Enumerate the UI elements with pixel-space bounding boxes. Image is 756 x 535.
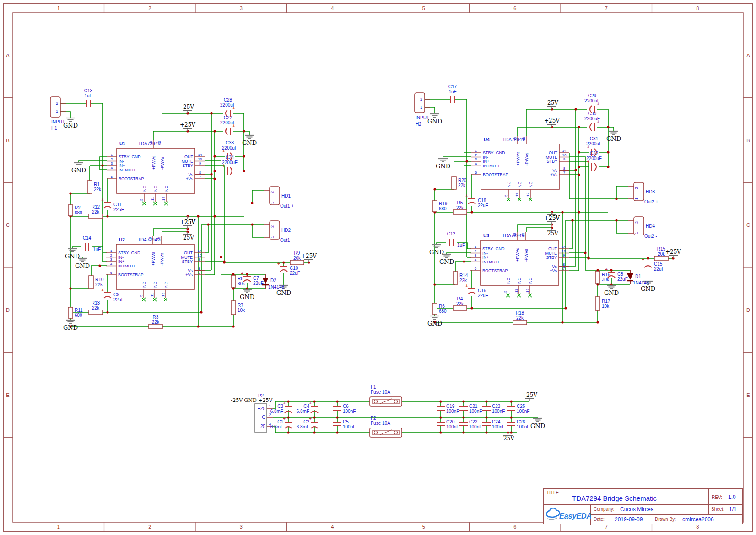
component-R14[interactable]: R1422k [453, 272, 468, 284]
component-C17[interactable]: C171uF [448, 84, 457, 103]
ic-U2[interactable]: U2TDA7294V1STBY_GND2IN-3IN+4IN+MUTE6BOOT… [106, 236, 205, 301]
component-D2[interactable]: D21N4148 [262, 274, 284, 289]
power-flag-+25V[interactable]: +25V [544, 215, 560, 225]
component-C19[interactable]: C19100nF [437, 404, 459, 414]
svg-text:2200uF: 2200uF [586, 141, 602, 146]
svg-text:+25V: +25V [180, 219, 195, 225]
svg-text:+Vs: +Vs [550, 268, 557, 273]
svg-text:-PWVs: -PWVs [160, 157, 165, 170]
component-C22[interactable]: C22100nF [459, 419, 482, 429]
gnd-flag[interactable]: GND [427, 316, 442, 327]
power-flag-+25V[interactable]: +25V [180, 219, 195, 229]
svg-text:13: 13 [148, 237, 152, 241]
gnd-flag[interactable]: GND [240, 289, 254, 300]
gnd-flag[interactable]: GND [71, 163, 86, 174]
component-C24[interactable]: C24100nF [482, 419, 505, 429]
component-HD1[interactable]: 21HD1Out1 + [264, 187, 294, 209]
svg-text:-25V GND +25V: -25V GND +25V [231, 397, 273, 403]
component-R20[interactable]: R2022k [452, 177, 467, 189]
component-R4[interactable]: R422k [453, 296, 467, 310]
gnd-flag[interactable]: GND [429, 245, 444, 256]
ic-U1[interactable]: U1TDA7294V1STBY_GND2IN-3IN+4IN+MUTE6BOOT… [107, 140, 205, 205]
svg-text:OUT: OUT [548, 246, 557, 251]
gnd-flag[interactable]: GND [439, 254, 454, 265]
gnd-flag[interactable]: GND [427, 114, 442, 125]
svg-text:C8: C8 [617, 272, 623, 277]
svg-text:10k: 10k [602, 304, 610, 309]
component-C5[interactable]: C5100nF [333, 419, 356, 429]
svg-text:BOOTSTRAP: BOOTSTRAP [483, 172, 508, 177]
svg-text:1uF: 1uF [448, 89, 456, 94]
power-flag--25V[interactable]: -25V [181, 104, 194, 113]
power-flag-+25V[interactable]: +25V [180, 122, 195, 131]
component-R13[interactable]: R1322k [89, 300, 103, 315]
component-C12[interactable]: C121uF [447, 231, 465, 248]
gnd-flag[interactable]: GND [604, 285, 619, 296]
svg-text:5: 5 [503, 290, 508, 293]
component-C26[interactable]: C26100nF [507, 419, 529, 429]
component-HD4[interactable]: 21HD4Out2 - [628, 217, 657, 239]
component-C28[interactable]: +C282200uF [220, 97, 236, 117]
component-R3[interactable]: R322k [149, 315, 162, 329]
component-C27[interactable]: +C272200uF [220, 115, 236, 135]
component-R10[interactable]: R1022k [89, 276, 104, 289]
power-flag-+25V[interactable]: +25V [544, 118, 560, 127]
svg-text:6: 6 [513, 5, 516, 11]
svg-text:C20: C20 [446, 419, 455, 424]
component-C14[interactable]: C141uF [83, 235, 101, 252]
component-R19[interactable]: R19680 [432, 201, 448, 212]
svg-text:C25: C25 [517, 404, 525, 409]
component-R17[interactable]: R1710k [595, 297, 610, 310]
component-R18[interactable]: R1822k [513, 310, 527, 325]
component-C18[interactable]: +C1822uF [465, 193, 488, 208]
component-R12[interactable]: R1222k [89, 204, 103, 219]
component-R5[interactable]: R522k [453, 200, 467, 214]
gnd-flag[interactable]: GND [63, 118, 78, 129]
svg-text:22k: 22k [459, 278, 467, 283]
gnd-flag[interactable]: GND [436, 159, 450, 170]
component-R6[interactable]: R6680 [432, 303, 447, 314]
component-C30[interactable]: +C302200uF [584, 111, 600, 131]
svg-text:EasyEDA: EasyEDA [559, 512, 591, 520]
component-C23[interactable]: C23100nF [482, 404, 505, 414]
component-HD2[interactable]: 21HD2Out1 - [264, 221, 293, 243]
component-C11[interactable]: +C1122uF [101, 198, 124, 212]
gnd-flag[interactable]: GND [63, 320, 78, 331]
component-D1[interactable]: D11N4148 [627, 270, 649, 285]
power-flag--25V[interactable]: -25V [545, 100, 558, 109]
power-flag-+25V[interactable]: +25V [522, 392, 537, 401]
svg-text:C24: C24 [492, 419, 501, 424]
gnd-flag[interactable]: GND [530, 418, 545, 429]
svg-text:1: 1 [420, 105, 422, 110]
component-HD3[interactable]: 21HD3Out2 + [628, 182, 658, 204]
power-flag--25V[interactable]: -25V [545, 228, 558, 237]
component-F1[interactable]: F1Fuse 10A [370, 385, 402, 406]
component-R11[interactable]: R11680 [68, 307, 83, 318]
svg-text:C32: C32 [590, 151, 599, 156]
component-C6[interactable]: C6100nF [333, 404, 356, 414]
gnd-flag[interactable]: GND [65, 249, 80, 260]
component-C29[interactable]: +C292200uF [584, 93, 600, 113]
component-R8[interactable]: R830k [231, 275, 245, 287]
component-C20[interactable]: C20100nF [437, 419, 459, 429]
svg-text:1: 1 [57, 5, 60, 11]
component-R1[interactable]: R122k [87, 181, 102, 193]
ic-U4[interactable]: U4TDA7294V1STBY_GND2IN-3IN+4IN+MUTE6BOOT… [471, 136, 569, 201]
component-C21[interactable]: C21100nF [459, 404, 482, 414]
component-C13[interactable]: C131uF [84, 88, 93, 107]
svg-text:Out2 -: Out2 - [644, 234, 657, 239]
power-flag--25V[interactable]: -25V [181, 232, 194, 241]
svg-text:NC: NC [164, 186, 169, 192]
svg-text:2: 2 [420, 97, 422, 102]
power-flag--25V[interactable]: -25V [502, 433, 514, 442]
ic-U3[interactable]: U3TDA7294V1STBY_GND2IN-3IN+4IN+MUTE6BOOT… [470, 232, 569, 297]
component-C25[interactable]: C25100nF [507, 404, 529, 414]
component-R2[interactable]: R2680 [68, 205, 82, 216]
svg-text:C18: C18 [478, 198, 486, 203]
component-F2[interactable]: F2Fuse 10A [370, 416, 402, 437]
component-R7[interactable]: R710k [231, 301, 245, 315]
component-P2[interactable]: 1+252G3-25P2-25V GND +25V [231, 393, 273, 432]
svg-text:R11: R11 [75, 308, 83, 313]
svg-text:1uF: 1uF [93, 247, 101, 252]
gnd-flag[interactable]: GND [75, 258, 90, 269]
